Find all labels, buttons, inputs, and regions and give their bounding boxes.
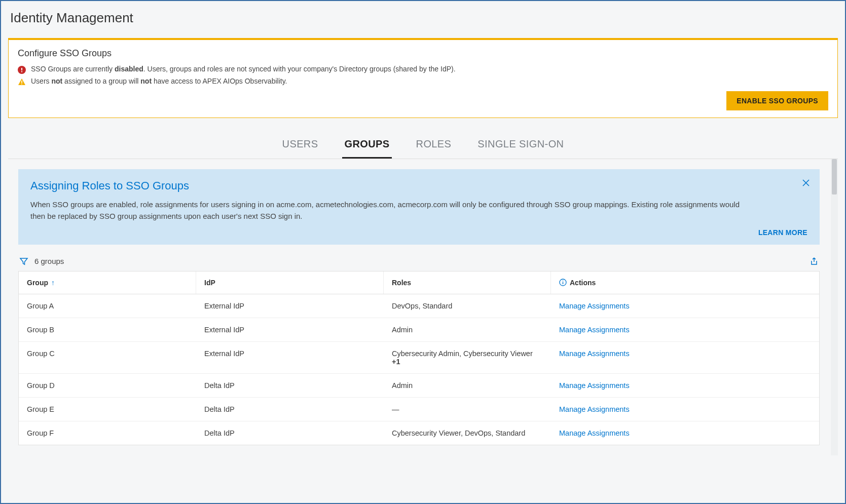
table-header-row: Group ↑ IdP Roles Actions [19,272,819,294]
content-area: Assigning Roles to SSO Groups When SSO g… [8,159,838,455]
warning-icon [18,78,26,86]
cell-group: Group A [19,294,196,318]
cell-actions: Manage Assignments [551,342,819,373]
cell-idp: Delta IdP [196,421,384,445]
roles-more-badge[interactable]: +1 [392,358,400,366]
cell-actions: Manage Assignments [551,421,819,445]
manage-assignments-link[interactable]: Manage Assignments [559,381,630,390]
col-header-actions: Actions [551,272,819,294]
svg-rect-2 [21,71,22,72]
svg-rect-1 [21,68,22,70]
groups-table: Group ↑ IdP Roles Actions Group AExterna… [18,271,820,445]
cell-actions: Manage Assignments [551,318,819,341]
cell-actions: Manage Assignments [551,398,819,421]
callout-error-row: SSO Groups are currently disabled. Users… [18,65,828,74]
manage-assignments-link[interactable]: Manage Assignments [559,405,630,413]
info-icon[interactable] [559,279,567,286]
tab-roles[interactable]: ROLES [414,132,454,159]
manage-assignments-link[interactable]: Manage Assignments [559,350,630,358]
enable-sso-groups-button[interactable]: ENABLE SSO GROUPS [726,91,828,110]
scrollbar-thumb[interactable] [832,159,837,195]
cell-group: Group E [19,398,196,421]
callout-error-text: SSO Groups are currently disabled. Users… [31,65,456,73]
export-icon[interactable] [810,257,819,266]
cell-idp: Delta IdP [196,374,384,397]
cell-roles: Admin [384,374,551,397]
cell-idp: External IdP [196,318,384,341]
info-banner: Assigning Roles to SSO Groups When SSO g… [18,169,820,245]
svg-rect-5 [21,84,22,85]
cell-actions: Manage Assignments [551,294,819,318]
page-title: Identity Management [8,10,838,26]
tab-bar: USERS GROUPS ROLES SINGLE SIGN-ON [8,132,838,159]
table-row: Group FDelta IdPCybersecurity Viewer, De… [19,421,819,445]
cell-group: Group F [19,421,196,445]
cell-group: Group D [19,374,196,397]
svg-rect-4 [21,81,22,83]
col-header-group[interactable]: Group ↑ [19,272,196,294]
cell-group: Group C [19,342,196,373]
manage-assignments-link[interactable]: Manage Assignments [559,302,630,310]
cell-roles: Admin [384,318,551,341]
cell-roles: DevOps, Standard [384,294,551,318]
cell-idp: External IdP [196,294,384,318]
table-row: Group DDelta IdPAdminManage Assignments [19,374,819,398]
table-toolbar: 6 groups [18,257,820,266]
table-row: Group CExternal IdPCybersecurity Admin, … [19,342,819,374]
cell-roles: Cybersecurity Admin, Cybersecurity Viewe… [384,342,551,373]
table-row: Group BExternal IdPAdminManage Assignmen… [19,318,819,342]
callout-warn-row: Users not assigned to a group will not h… [18,77,828,86]
cell-idp: External IdP [196,342,384,373]
cell-idp: Delta IdP [196,398,384,421]
cell-group: Group B [19,318,196,341]
svg-rect-11 [563,281,563,281]
col-header-idp[interactable]: IdP [196,272,384,294]
callout-warn-text: Users not assigned to a group will not h… [31,77,287,85]
svg-rect-10 [563,282,563,285]
learn-more-link[interactable]: LEARN MORE [758,228,807,237]
cell-roles: — [384,398,551,421]
tab-groups[interactable]: GROUPS [342,132,391,159]
col-header-roles[interactable]: Roles [384,272,551,294]
tab-single-sign-on[interactable]: SINGLE SIGN-ON [475,132,566,159]
table-row: Group AExternal IdPDevOps, StandardManag… [19,294,819,318]
callout-title: Configure SSO Groups [18,48,828,59]
svg-marker-8 [20,258,27,264]
manage-assignments-link[interactable]: Manage Assignments [559,429,630,437]
filter-icon[interactable] [19,257,28,266]
cell-roles: Cybersecurity Viewer, DevOps, Standard [384,421,551,445]
info-banner-body: When SSO groups are enabled, role assign… [30,199,750,222]
configure-sso-card: Configure SSO Groups SSO Groups are curr… [8,38,838,118]
sort-asc-icon: ↑ [51,279,55,287]
error-icon [18,66,26,74]
info-banner-title: Assigning Roles to SSO Groups [30,179,807,192]
manage-assignments-link[interactable]: Manage Assignments [559,326,630,334]
group-count-label: 6 groups [34,257,64,265]
tab-users[interactable]: USERS [280,132,320,159]
cell-actions: Manage Assignments [551,374,819,397]
table-row: Group EDelta IdP—Manage Assignments [19,398,819,421]
close-icon[interactable] [801,178,811,190]
scrollbar[interactable] [831,159,838,455]
